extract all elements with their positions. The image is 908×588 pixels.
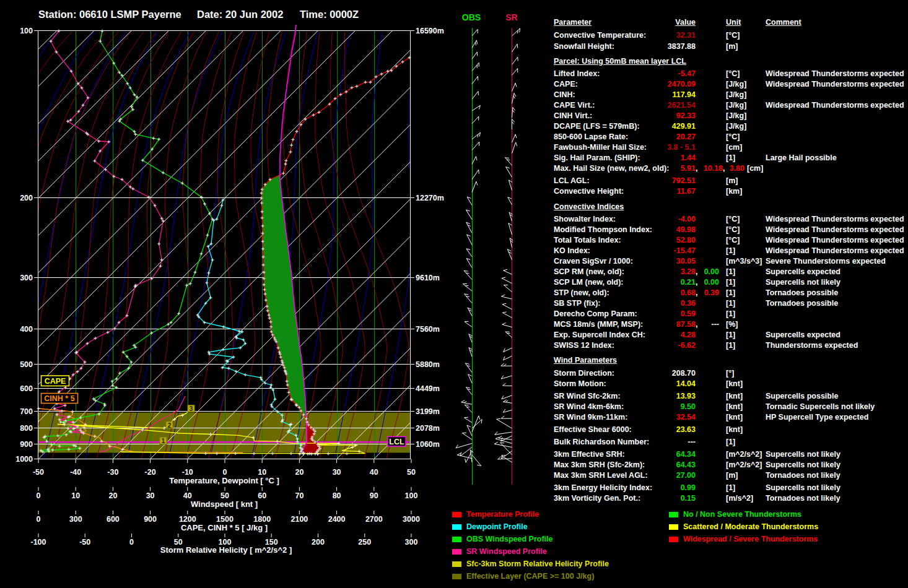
svg-text:OBS: OBS [462,12,481,22]
svg-text:SR: SR [505,12,517,22]
